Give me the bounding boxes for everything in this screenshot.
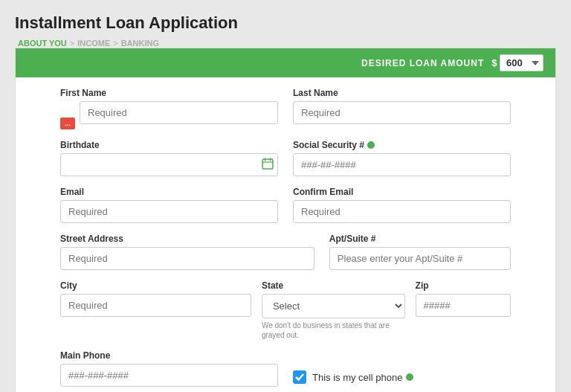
breadcrumb-sep-1: > (70, 39, 74, 48)
page-title: Installment Loan Application (15, 13, 556, 33)
form-body: First Name ... Last Name Birthdate (16, 77, 555, 392)
birthdate-ssn-row: Birthdate (60, 140, 511, 176)
desired-loan-label: DESIRED LOAN AMOUNT (361, 58, 484, 68)
email-input[interactable] (60, 200, 278, 223)
checkmark-icon (295, 373, 304, 382)
last-name-group: Last Name (293, 88, 511, 129)
state-group: State Select ALAKAZ ARCACO CTDEFL GATXNY… (262, 280, 405, 340)
apt-suite-label: Apt/Suite # (329, 234, 511, 244)
apt-suite-group: Apt/Suite # (329, 234, 511, 270)
first-name-group: First Name ... (60, 88, 278, 129)
ssn-green-dot (367, 141, 375, 149)
ssn-label: Social Security # (293, 140, 364, 150)
loan-amount-select[interactable]: 400 500 600 700 800 900 1000 (500, 54, 543, 71)
cell-green-dot (406, 373, 413, 381)
birthdate-group: Birthdate (60, 140, 278, 176)
cell-checkbox-label: This is my cell phone (312, 372, 413, 383)
last-name-input[interactable] (293, 101, 511, 124)
phone-row: Main Phone This is my cell phone (60, 350, 511, 387)
dollar-sign: $ (491, 57, 497, 68)
apt-suite-input[interactable] (329, 247, 511, 270)
zip-group: Zip (416, 280, 511, 317)
form-card: DESIRED LOAN AMOUNT $ 400 500 600 700 80… (15, 48, 556, 392)
state-select[interactable]: Select ALAKAZ ARCACO CTDEFL GATXNY (262, 294, 405, 318)
city-input[interactable] (60, 294, 251, 317)
cell-checkbox[interactable] (293, 370, 306, 384)
breadcrumb-banking: BANKING (121, 39, 159, 48)
calendar-icon[interactable] (262, 158, 274, 173)
zip-input[interactable] (416, 294, 511, 317)
birthdate-wrapper (60, 153, 278, 176)
svg-rect-0 (262, 159, 273, 169)
cell-checkbox-group: This is my cell phone (293, 364, 511, 387)
cell-checkbox-row[interactable]: This is my cell phone (293, 370, 511, 384)
ssn-input[interactable] (293, 153, 511, 176)
birthdate-label: Birthdate (60, 140, 278, 150)
city-state-zip-row: City State Select ALAKAZ ARCACO CTDEFL G… (60, 280, 511, 340)
red-badge: ... (60, 118, 75, 129)
street-address-input[interactable] (60, 247, 314, 270)
city-group: City (60, 280, 251, 317)
cell-label-text: This is my cell phone (312, 372, 402, 383)
main-phone-input[interactable] (60, 364, 278, 387)
breadcrumb: ABOUT YOU > INCOME > BANKING (15, 39, 556, 48)
street-address-group: Street Address (60, 234, 314, 270)
main-phone-group: Main Phone (60, 350, 278, 387)
email-label: Email (60, 187, 278, 197)
first-name-input-row: ... (60, 101, 278, 129)
state-label: State (262, 280, 405, 291)
main-phone-label: Main Phone (60, 350, 278, 361)
breadcrumb-sep-2: > (113, 39, 117, 48)
first-name-input[interactable] (80, 101, 278, 124)
confirm-email-label: Confirm Email (293, 187, 511, 197)
breadcrumb-about-you: ABOUT YOU (18, 39, 67, 48)
confirm-email-group: Confirm Email (293, 187, 511, 223)
email-row: Email Confirm Email (60, 187, 511, 223)
loan-header: DESIRED LOAN AMOUNT $ 400 500 600 700 80… (16, 48, 555, 77)
city-label: City (60, 280, 251, 291)
ssn-group: Social Security # (293, 140, 511, 176)
zip-label: Zip (416, 280, 511, 291)
email-group: Email (60, 187, 278, 223)
ssn-label-row: Social Security # (293, 140, 511, 150)
page-wrapper: Installment Loan Application ABOUT YOU >… (0, 0, 571, 392)
name-row: First Name ... Last Name (60, 88, 511, 129)
breadcrumb-income: INCOME (77, 39, 110, 48)
address-row: Street Address Apt/Suite # (60, 234, 511, 270)
street-address-label: Street Address (60, 234, 314, 244)
first-name-label: First Name (60, 88, 278, 98)
state-note: We don't do business in states that are … (262, 321, 405, 340)
last-name-label: Last Name (293, 88, 511, 98)
confirm-email-input[interactable] (293, 200, 511, 223)
birthdate-input[interactable] (60, 153, 278, 176)
